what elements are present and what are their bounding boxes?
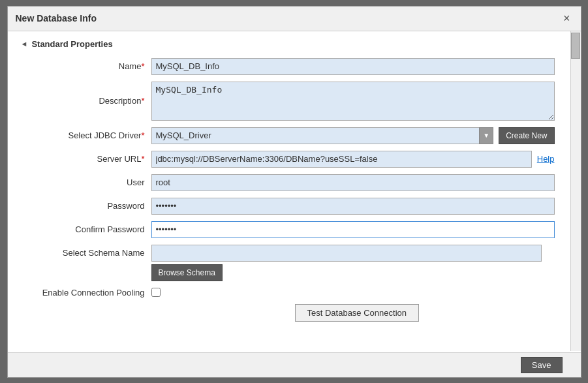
dialog-footer: Save	[8, 352, 581, 377]
schema-name-row: Select Schema Name Browse Schema	[21, 245, 568, 281]
dialog-title: New Database Info	[16, 13, 97, 23]
jdbc-driver-row: Select JDBC Driver* MySQL_Driver Oracle_…	[21, 127, 568, 144]
user-input[interactable]	[151, 174, 555, 191]
schema-name-label: Select Schema Name	[21, 248, 151, 258]
user-row: User	[21, 174, 568, 191]
save-button[interactable]: Save	[521, 357, 563, 373]
password-label: Password	[21, 201, 151, 211]
scrollbar-thumb[interactable]	[571, 33, 580, 59]
jdbc-driver-select-wrapper: MySQL_Driver Oracle_Driver PostgreSQL_Dr…	[151, 127, 494, 144]
user-label: User	[21, 177, 151, 187]
schema-name-input[interactable]	[151, 245, 542, 262]
jdbc-driver-select[interactable]: MySQL_Driver Oracle_Driver PostgreSQL_Dr…	[151, 127, 494, 144]
connection-pooling-row: Enable Connection Pooling	[21, 288, 568, 298]
section-label: Standard Properties	[31, 39, 112, 49]
dialog-body: ◄ Standard Properties Name* Description*…	[8, 31, 581, 352]
confirm-password-input[interactable]	[151, 221, 555, 238]
jdbc-driver-label: Select JDBC Driver*	[21, 130, 151, 140]
confirm-password-row: Confirm Password	[21, 221, 568, 238]
create-new-button[interactable]: Create New	[499, 127, 554, 144]
name-row: Name*	[21, 58, 568, 75]
server-url-row: Server URL* Help	[21, 151, 568, 168]
connection-pooling-checkbox[interactable]	[151, 288, 161, 297]
dialog-header: New Database Info ×	[8, 7, 581, 31]
name-input[interactable]	[151, 58, 555, 75]
dialog: New Database Info × ◄ Standard Propertie…	[7, 6, 581, 378]
section-header: ◄ Standard Properties	[21, 39, 568, 49]
password-row: Password	[21, 198, 568, 215]
description-label: Description*	[21, 96, 151, 106]
scrollbar[interactable]	[570, 31, 581, 351]
description-input[interactable]: MySQL_DB_Info	[151, 82, 555, 121]
connection-pooling-label: Enable Connection Pooling	[21, 288, 151, 298]
help-link[interactable]: Help	[537, 154, 555, 164]
browse-schema-button[interactable]: Browse Schema	[151, 264, 223, 281]
confirm-password-label: Confirm Password	[21, 224, 151, 234]
server-url-input[interactable]	[151, 151, 532, 168]
password-input[interactable]	[151, 198, 555, 215]
test-connection-wrapper: Test Database Connection	[158, 304, 568, 322]
description-row: Description* MySQL_DB_Info	[21, 82, 568, 121]
server-url-label: Server URL*	[21, 154, 151, 164]
close-button[interactable]: ×	[561, 12, 573, 24]
test-connection-button[interactable]: Test Database Connection	[295, 304, 419, 322]
section-collapse-icon[interactable]: ◄	[21, 40, 28, 48]
name-label: Name*	[21, 61, 151, 71]
